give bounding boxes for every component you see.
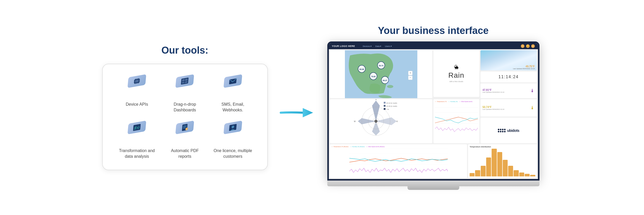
tool-item-pdf-reports: P Automatic PDF reports [164,121,206,160]
dist-bar-3 [481,166,486,176]
svg-text:S: S [375,143,376,143]
dash-weather-card: 🌦 Rain with a few clouds [433,50,479,97]
nav-item-data[interactable]: Data ▾ [375,45,381,47]
tool-item-licence: One licence, multiple customers [211,121,254,160]
nav-icon-bell[interactable]: 🔔 [526,44,530,48]
tool-item-sms-email: SMS, Email, Webhooks. [211,75,254,113]
dist-bar-11 [525,174,530,176]
right-section: Your business interface YOUR LOGO HERE D… [317,25,550,190]
svg-text:N: N [375,99,376,100]
left-title: Our tools: [161,45,209,56]
nav-item-devices[interactable]: Devices ▾ [363,45,372,47]
svg-text:84.27: 84.27 [383,80,387,81]
svg-text:50.74: 50.74 [379,65,383,67]
multi-chart-legend: ── Temperature (°F) (Boston) ── Humidity… [331,146,466,147]
temp-card-3: 50.74°F Last Updated 05/04/2022 10:18 🌡 [480,99,537,117]
temp-meta-3: Last Updated 05/04/2022 10:18 [483,109,504,110]
sky-card: 49.75°F Last Updated 05/04/2022 10:18 [480,50,537,70]
svg-rect-58 [384,108,386,110]
svg-line-5 [139,80,140,80]
thermometer-purple-icon: 🌡 [530,88,535,94]
tool-label-transformation: Transformation and data analysis [119,148,155,160]
dashboard: YOUR LOGO HERE Devices ▾ Data ▾ Users ▾ [329,43,538,179]
dist-bar-7 [503,160,508,176]
dash-multi-chart: ── Temperature (°F) (Boston) ── Humidity… [330,144,467,178]
dash-nav[interactable]: Devices ▾ Data ▾ Users ▾ [363,45,392,47]
left-section: Our tools: [94,45,276,170]
laptop-screen: YOUR LOGO HERE Devices ▾ Data ▾ Users ▾ [327,41,539,181]
dist-bar-12 [530,175,535,176]
dist-bar-6 [497,152,502,176]
ubidots-dots-grid [498,129,506,132]
svg-text:−: − [410,76,411,79]
dist-bar-4 [486,157,491,176]
nav-icon-user[interactable]: U [531,44,535,48]
svg-text:12-15 (U: km/h): 12-15 (U: km/h) [386,105,397,107]
svg-point-32 [387,85,393,88]
tool-icon-dashboards [169,75,200,98]
sky-temp-value: 49.75°F [525,65,535,68]
tool-icon-licence [217,121,248,144]
temp-meta-2: Last Updated 05/04/2022 10:18 [483,91,504,93]
tool-label-device-apis: Device APIs [126,102,148,107]
dist-bar-5 [492,149,497,176]
iso-icon-grid [172,76,198,97]
tool-icon-transformation: f(x) [121,121,152,144]
dist-bar-8 [508,166,513,176]
svg-rect-54 [384,102,386,104]
clock-display: 11:14:24 [498,75,519,79]
svg-rect-56 [384,105,386,107]
svg-text:60.06: 60.06 [359,68,364,70]
svg-text:W: W [354,120,356,122]
rain-icon: 🌦 [454,65,459,70]
temp-value-2: 47.91°F [483,89,504,91]
tool-label-pdf-reports: Automatic PDF reports [171,148,199,160]
chart-legend: ── Temperature (°F) ── Humidity (%) ── W… [435,101,478,102]
temp-stack: 49.75°F Last Updated 05/04/2022 10:18 11… [480,50,537,98]
temp-card-2: 47.91°F Last Updated 05/04/2022 10:18 🌡 [480,83,537,98]
svg-line-2 [134,80,135,81]
iso-icon-envelope [220,76,246,97]
ubidots-card: ubidots [480,118,537,143]
svg-marker-30 [303,108,313,117]
iso-icon-user [220,122,246,143]
dash-nav-icons: ? 🔔 U [521,44,535,48]
svg-line-4 [134,82,135,83]
dist-bars [470,149,535,176]
nav-item-users[interactable]: Users ▾ [385,45,392,47]
tool-icon-pdf-reports: P [169,121,200,144]
svg-line-7 [139,82,140,82]
dash-wind-rose-card: N E S W 10-12 (U: km/h) 12-1 [330,99,432,143]
tools-grid: Device APIs [116,75,254,160]
dist-bar-10 [519,173,524,176]
laptop-stand [408,186,459,190]
tool-label-sms-email: SMS, Email, Webhooks. [221,102,244,113]
iso-icon-document: P [172,122,198,143]
laptop-base [327,181,539,186]
ubidots-logo: ubidots [498,128,519,133]
nav-icon-question[interactable]: ? [521,44,524,48]
svg-text:10-12 (U: km/h): 10-12 (U: km/h) [386,102,397,104]
dash-logo: YOUR LOGO HERE [332,45,355,47]
svg-text:> kt: > kt [386,109,389,110]
iso-icon-chip [124,76,150,97]
main-container: Our tools: [0,0,644,215]
dash-chart-card: ── Temperature (°F) ── Humidity (%) ── W… [433,99,479,143]
weather-sub: with a few clouds [449,81,463,82]
right-title: Your business interface [378,25,489,36]
svg-point-49 [374,120,377,123]
dash-clock-card: 11:14:24 [480,71,537,82]
dash-header: YOUR LOGO HERE Devices ▾ Data ▾ Users ▾ [329,43,538,49]
dist-bar-2 [475,170,480,176]
tool-label-licence: One licence, multiple customers [214,148,252,160]
tools-card: Device APIs [102,64,268,170]
dash-dist-card: Temperature distribution [468,144,537,178]
svg-text:+: + [410,71,411,74]
tool-label-dashboards: Drag-n-drop Dashboards [174,102,196,113]
dist-bar-1 [470,173,475,176]
arrow-section [276,92,317,123]
arrow-icon [278,102,314,123]
tool-item-transformation: f(x) Transformation and data analysis [116,121,158,160]
weather-label: Rain [448,71,464,80]
temp-value-3: 50.74°F [483,106,504,109]
